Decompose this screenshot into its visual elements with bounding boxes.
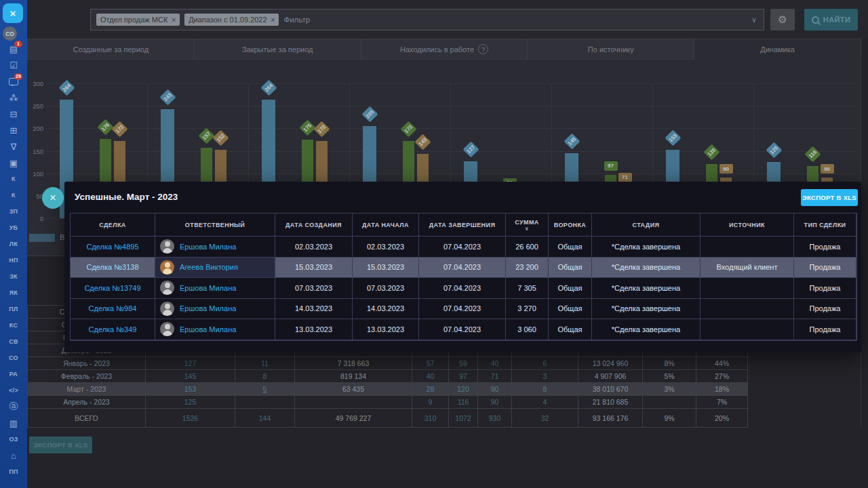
sidebar-item-yak[interactable]: ЯК [0,285,27,301]
sidebar-item-bank-home[interactable]: ⌂ [0,447,27,464]
bar-value-label[interactable]: 264 [260,79,277,96]
deal-link[interactable]: Сделка №3138 [86,263,138,271]
sidebar-item-document-2[interactable]: ▥ [0,415,27,431]
summary-link-cell[interactable]: 28 [412,383,449,395]
responsible-link[interactable]: Агеева Виктория [180,263,238,271]
responsible-avatar[interactable] [160,281,174,295]
bar-value-label[interactable]: 90 [719,164,733,174]
summary-link-cell[interactable]: 11 [235,357,295,369]
tab-2[interactable]: Закрытые за период [195,39,361,60]
summary-link-cell[interactable]: 144 [235,409,295,427]
tab-5[interactable]: Динамика [694,39,861,60]
sidebar-item-contacts-group[interactable]: ⁂ [0,89,27,106]
summary-row[interactable]: Январь - 2023127117 318 663575940613 024… [27,357,748,369]
summary-link-cell[interactable]: 116 [449,396,478,408]
bar-value-label[interactable]: 143 [414,134,431,150]
sidebar-item-sv[interactable]: СВ [0,333,27,350]
summary-link-cell[interactable]: 3 [512,370,578,382]
summary-link-cell[interactable]: 153 [146,383,235,395]
find-button[interactable]: НАЙТИ [804,9,858,30]
remove-tag-icon[interactable]: × [271,16,275,24]
tab-1[interactable]: Созданные за период [27,39,195,60]
bar-value-label[interactable]: 172 [313,121,330,137]
summary-link-cell[interactable]: 97 [449,370,478,382]
sidebar-item-k-1[interactable]: К [0,171,27,187]
filter-input[interactable]: Отдел продаж МСК × Диапазон с 01.09.2022… [90,9,764,30]
sidebar-item-ra[interactable]: РА [0,366,27,382]
bar-value-label[interactable]: 116 [804,146,821,163]
sidebar-item-k-2[interactable]: К [0,187,27,203]
sidebar-item-inbox-drawer[interactable]: ⊟ [0,106,27,122]
sidebar-item-ub[interactable]: УБ [0,220,27,236]
bar-value-label[interactable]: 172 [111,121,127,137]
filter-tag-department[interactable]: Отдел продаж МСК × [96,14,180,26]
summary-link-cell[interactable]: 9 [412,396,449,408]
summary-link-cell[interactable]: 5 [235,383,295,395]
responsible-avatar[interactable] [160,239,174,253]
responsible-link[interactable]: Ершова Милана [180,325,236,333]
bar-value-label[interactable]: 157 [198,127,214,144]
bar-value-label[interactable]: 176 [97,119,113,136]
deal-link[interactable]: Сделка №4895 [86,243,138,251]
bar-value-label[interactable]: 205 [361,106,378,123]
summary-link-cell[interactable]: 4 [512,396,578,408]
summary-total-row[interactable]: ВСЕГО152614449 769 22731010729303293 166… [27,408,748,428]
responsible-link[interactable]: Ершова Милана [180,304,236,312]
responsible-avatar[interactable] [160,322,174,336]
summary-link-cell[interactable]: 90 [478,383,512,395]
summary-link-cell[interactable]: 71 [478,370,512,382]
export-xls-button-modal[interactable]: ЭКСПОРТ В XLS [801,189,858,206]
bar-value-label[interactable]: 127 [462,141,479,157]
bar-value-label[interactable]: 125 [766,142,782,159]
bar-value-label[interactable]: 71 [618,173,632,182]
deal-row[interactable]: Сделка №349Ершова Милана13.03.202313.03.… [71,319,856,340]
summary-link-cell[interactable]: 40 [478,357,512,369]
tab-4[interactable]: По источнику [528,39,694,60]
sidebar-item-pp[interactable]: ПП [0,464,27,480]
summary-row[interactable]: Март - 2023153563 4352812090838 010 6703… [27,382,748,395]
summary-link-cell[interactable]: 120 [449,383,478,395]
bar-value-label[interactable]: 97 [604,161,618,171]
export-xls-button-bottom[interactable]: ЭКСПОРТ В XLS [29,436,92,453]
sidebar-item-zk[interactable]: ЗК [0,268,27,285]
responsible-avatar[interactable] [160,302,174,316]
summary-row[interactable]: Февраль - 20231458819 13440977134 907 90… [27,369,748,382]
summary-link-cell[interactable]: 59 [449,357,478,369]
bar-value-label[interactable]: 175 [299,119,315,136]
sidebar-item-zp[interactable]: ЗП [0,203,27,220]
user-avatar[interactable]: CO [3,26,17,41]
deal-row[interactable]: Сделка №3138Агеева Виктория15.03.202315.… [71,258,856,279]
deal-row[interactable]: Сделка №984Ершова Милана14.03.202314.03.… [71,299,856,320]
sidebar-item-lk[interactable]: ЛК [0,236,27,252]
sidebar-close-button[interactable]: × [3,3,23,23]
bar-value-label[interactable]: 153 [665,129,681,146]
summary-link-cell[interactable]: 1072 [449,409,478,427]
tab-3[interactable]: Находились в работе? [361,39,528,60]
modal-close-button[interactable]: × [42,187,64,209]
summary-link-cell[interactable]: 127 [146,357,235,369]
responsible-avatar[interactable] [160,260,174,274]
sidebar-item-np[interactable]: НП [0,252,27,268]
settings-button[interactable]: ⚙ [770,9,795,30]
deal-row[interactable]: Сделка №4895Ершова Милана02.03.202302.03… [71,237,856,258]
bar-value-label[interactable]: 90 [821,164,834,174]
summary-link-cell[interactable]: 310 [412,409,449,427]
responsible-link[interactable]: Ершова Милана [180,243,236,251]
sidebar-item-chat[interactable]: 29 [0,73,27,89]
summary-link-cell[interactable]: 1526 [146,409,235,427]
sidebar-item-documents[interactable]: ▤1 [0,41,27,57]
bar-value-label[interactable]: 243 [159,89,176,105]
sidebar-item-oz[interactable]: ОЗ [0,431,27,447]
sidebar-item-code[interactable]: </> [0,382,27,399]
sidebar-item-ks[interactable]: КС [0,317,27,333]
deal-row[interactable]: Сделка №13749Ершова Милана07.03.202307.0… [71,278,856,299]
sidebar-item-id-card[interactable]: ▣ [0,155,27,171]
summary-link-cell[interactable]: 8 [512,383,578,395]
chevron-down-icon[interactable]: ∨ [751,16,757,24]
summary-link-cell[interactable]: 145 [146,370,235,382]
column-header-6[interactable]: СУММА∨ [506,214,549,237]
bar-value-label[interactable]: 120 [703,144,719,161]
summary-link-cell[interactable]: 8 [235,370,295,382]
deal-link[interactable]: Сделка №349 [89,325,137,333]
sort-caret-icon[interactable]: ∨ [525,227,530,231]
